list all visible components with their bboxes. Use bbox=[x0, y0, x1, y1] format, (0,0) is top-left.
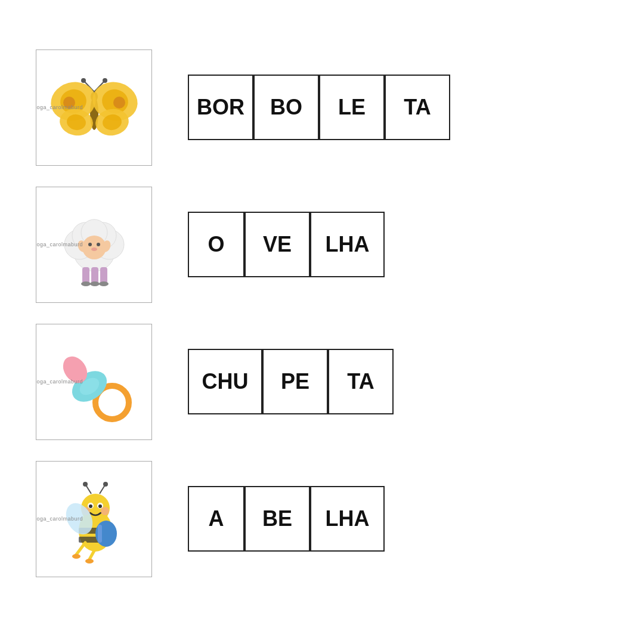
svg-rect-50 bbox=[98, 525, 102, 543]
row-chupeta: @psicopedagoga_carolmaburd CHU PE TA bbox=[36, 322, 394, 441]
page: @psicopedagoga_carolmaburd bbox=[0, 0, 644, 644]
syllable-CHU: CHU bbox=[188, 349, 262, 414]
syllable-O: O bbox=[188, 212, 244, 277]
svg-rect-30 bbox=[100, 267, 107, 284]
syllable-LHA1: LHA bbox=[310, 212, 385, 277]
svg-point-3 bbox=[81, 78, 86, 83]
syllable-BOR: BOR bbox=[188, 75, 253, 140]
svg-point-54 bbox=[85, 559, 94, 564]
svg-point-33 bbox=[99, 281, 109, 286]
svg-point-23 bbox=[88, 243, 92, 246]
syllable-BO: BO bbox=[253, 75, 319, 140]
row-ovelha: @psicopedagoga_carolmaburd bbox=[36, 185, 385, 304]
row-abelha: @psicopedagoga_carolmaburd bbox=[36, 459, 385, 578]
syllable-BE: BE bbox=[244, 486, 310, 552]
image-bee: @psicopedagoga_carolmaburd bbox=[36, 461, 152, 577]
row-borboleta: @psicopedagoga_carolmaburd bbox=[36, 48, 450, 167]
syllables-abelha: A BE LHA bbox=[188, 486, 385, 552]
svg-line-51 bbox=[76, 543, 85, 555]
syllable-PE: PE bbox=[262, 349, 328, 414]
watermark-3: @psicopedagoga_carolmaburd bbox=[36, 379, 83, 385]
image-butterfly: @psicopedagoga_carolmaburd bbox=[36, 49, 152, 166]
svg-point-25 bbox=[91, 247, 97, 251]
syllables-ovelha: O VE LHA bbox=[188, 212, 385, 277]
syllable-A: A bbox=[188, 486, 244, 552]
svg-point-31 bbox=[81, 281, 91, 286]
syllable-LHA2: LHA bbox=[310, 486, 385, 552]
syllable-VE: VE bbox=[244, 212, 310, 277]
syllable-TA1: TA bbox=[385, 75, 450, 140]
svg-rect-28 bbox=[82, 267, 89, 284]
svg-point-32 bbox=[90, 281, 100, 286]
syllable-TA2: TA bbox=[328, 349, 394, 414]
syllables-borboleta: BOR BO LE TA bbox=[188, 75, 450, 140]
svg-point-11 bbox=[113, 97, 125, 109]
watermark-2: @psicopedagoga_carolmaburd bbox=[36, 242, 83, 247]
svg-point-56 bbox=[83, 482, 88, 487]
syllable-LE: LE bbox=[319, 75, 385, 140]
svg-point-5 bbox=[103, 78, 107, 83]
svg-point-45 bbox=[98, 504, 102, 508]
watermark-1: @psicopedagoga_carolmaburd bbox=[36, 104, 83, 110]
image-sheep: @psicopedagoga_carolmaburd bbox=[36, 187, 152, 303]
svg-point-58 bbox=[103, 482, 108, 487]
syllables-chupeta: CHU PE TA bbox=[188, 349, 394, 414]
svg-point-44 bbox=[89, 504, 92, 508]
svg-point-24 bbox=[97, 243, 100, 246]
svg-point-47 bbox=[101, 507, 109, 515]
watermark-4: @psicopedagoga_carolmaburd bbox=[36, 516, 83, 522]
image-pacifier: @psicopedagoga_carolmaburd bbox=[36, 324, 152, 440]
svg-rect-29 bbox=[91, 267, 98, 284]
svg-point-53 bbox=[72, 554, 80, 559]
